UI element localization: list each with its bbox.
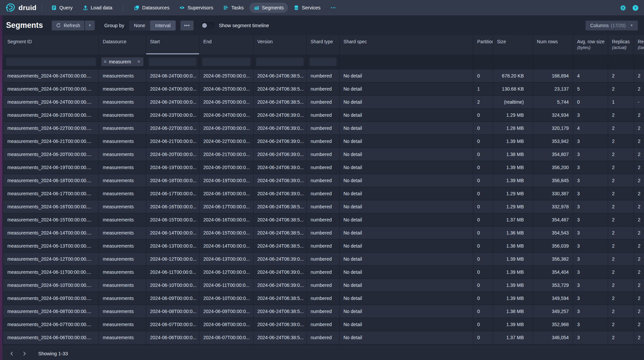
nav-item-query[interactable]: Query (47, 3, 77, 13)
nav-item-tasks[interactable]: Tasks (219, 3, 248, 13)
cell-end[interactable]: 2024-06-08T00:00:0... (199, 318, 253, 331)
cell-avg-row-size[interactable]: 4 (573, 121, 608, 135)
cell-datasource[interactable]: measurements (99, 82, 146, 95)
cell-replicas[interactable]: 2 (608, 265, 634, 278)
filter-input-shard-type[interactable] (309, 57, 337, 66)
cell-shard-type[interactable]: numbered (306, 148, 339, 161)
cell-replication-factor[interactable]: 2 (634, 187, 644, 200)
cell-shard-spec[interactable]: No detail (339, 331, 473, 344)
cell-replicas[interactable]: 2 (608, 200, 634, 213)
cell-num-rows[interactable]: 324,934 (533, 108, 573, 121)
cell-replication-factor[interactable]: 2 (634, 161, 644, 174)
cell-shard-type[interactable]: numbered (306, 305, 339, 318)
cell-datasource[interactable]: measurements (99, 239, 146, 252)
cell-num-rows[interactable]: 349,594 (533, 292, 573, 305)
cell-size[interactable]: 1.39 MB (493, 161, 533, 174)
cell-start[interactable]: 2024-06-20T00:00:0... (146, 148, 199, 161)
filter-input-start[interactable] (149, 57, 197, 66)
cell-version[interactable]: 2024-06-24T06:39:0... (253, 148, 306, 161)
more-options-button[interactable]: ••• (180, 20, 194, 31)
cell-num-rows[interactable]: 5,744 (533, 95, 573, 108)
cell-end[interactable]: 2024-06-14T00:00:0... (199, 239, 253, 252)
refresh-dropdown-button[interactable]: ▼ (85, 20, 95, 31)
cell-shard-type[interactable]: numbered (306, 82, 339, 95)
cell-partition[interactable]: 0 (473, 292, 493, 305)
cell-num-rows[interactable]: 356,039 (533, 239, 573, 252)
header-cell-datasource[interactable]: Datasource (99, 35, 146, 54)
druid-logo[interactable]: druid (5, 3, 37, 13)
cell-end[interactable]: 2024-06-12T00:00:0... (199, 265, 253, 278)
cell-end[interactable]: 2024-06-22T00:00:0... (199, 135, 253, 148)
cell-partition[interactable]: 0 (473, 239, 493, 252)
cell-end[interactable]: 2024-06-24T00:00:0... (199, 108, 253, 121)
cell-size[interactable]: 1.39 MB (493, 174, 533, 187)
cell-partition[interactable]: 0 (473, 213, 493, 226)
cell-size[interactable]: 678.20 KB (493, 69, 533, 82)
cell-version[interactable]: 2024-06-24T06:39:0... (253, 278, 306, 292)
cell-num-rows[interactable]: 356,845 (533, 174, 573, 187)
cell-shard-type[interactable]: numbered (306, 252, 339, 265)
cell-version[interactable]: 2024-06-24T06:38:5... (253, 213, 306, 226)
header-cell-partition[interactable]: Partition (473, 35, 493, 54)
cell-start[interactable]: 2024-06-24T00:00:0... (146, 69, 199, 82)
cell-start[interactable]: 2024-06-08T00:00:0... (146, 305, 199, 318)
cell-shard-type[interactable]: numbered (306, 108, 339, 121)
header-cell-size[interactable]: Size (493, 35, 533, 54)
nav-item-services[interactable]: Services (289, 3, 325, 13)
cell-version[interactable]: 2024-06-24T06:39:0... (253, 121, 306, 135)
cell-replication-factor[interactable]: 2 (634, 265, 644, 278)
cell-start[interactable]: 2024-06-10T00:00:0... (146, 278, 199, 292)
cell-end[interactable]: 2024-06-25T00:00:0... (199, 82, 253, 95)
cell-num-rows[interactable]: 353,942 (533, 135, 573, 148)
cell-shard-spec[interactable]: No detail (339, 292, 473, 305)
cell-replicas[interactable]: 2 (608, 213, 634, 226)
cell-size[interactable]: 1.36 MB (493, 226, 533, 239)
cell-avg-row-size[interactable]: 3 (573, 318, 608, 331)
cell-replication-factor[interactable]: 2 (634, 292, 644, 305)
cell-avg-row-size[interactable]: 0 (573, 95, 608, 108)
cell-start[interactable]: 2024-06-19T00:00:0... (146, 161, 199, 174)
cell-size[interactable]: 1.38 MB (493, 239, 533, 252)
cell-segment-id[interactable]: measurements_2024-06-14T00:00:00.... (3, 226, 99, 239)
cell-avg-row-size[interactable]: 3 (573, 187, 608, 200)
cell-segment-id[interactable]: measurements_2024-06-22T00:00:00.... (3, 121, 99, 135)
cell-end[interactable]: 2024-06-16T00:00:0... (199, 213, 253, 226)
cell-shard-spec[interactable]: No detail (339, 252, 473, 265)
cell-avg-row-size[interactable]: 3 (573, 305, 608, 318)
cell-partition[interactable]: 0 (473, 331, 493, 344)
cell-version[interactable]: 2024-06-24T06:39:0... (253, 108, 306, 121)
cell-shard-spec[interactable]: No detail (339, 161, 473, 174)
cell-avg-row-size[interactable]: 3 (573, 278, 608, 292)
cell-shard-type[interactable]: numbered (306, 265, 339, 278)
cell-num-rows[interactable]: 349,257 (533, 305, 573, 318)
cell-partition[interactable]: 2 (473, 95, 493, 108)
cell-partition[interactable]: 0 (473, 226, 493, 239)
cell-segment-id[interactable]: measurements_2024-06-12T00:00:00.... (3, 252, 99, 265)
cell-end[interactable]: 2024-06-07T00:00:0... (199, 331, 253, 344)
cell-shard-spec[interactable]: No detail (339, 69, 473, 82)
cell-start[interactable]: 2024-06-11T00:00:0... (146, 265, 199, 278)
cell-shard-spec[interactable]: No detail (339, 305, 473, 318)
cell-segment-id[interactable]: measurements_2024-06-18T00:00:00.... (3, 174, 99, 187)
nav-item-supervisors[interactable]: Supervisors (175, 3, 218, 13)
refresh-button[interactable]: Refresh (52, 20, 84, 31)
cell-replicas[interactable]: 2 (608, 135, 634, 148)
cell-start[interactable]: 2024-06-15T00:00:0... (146, 213, 199, 226)
filter-tag-datasource[interactable]: =measurem✕ (101, 57, 143, 66)
cell-shard-spec[interactable]: No detail (339, 82, 473, 95)
nav-item-load-data[interactable]: Load data (78, 3, 117, 13)
cell-datasource[interactable]: measurements (99, 187, 146, 200)
cell-partition[interactable]: 0 (473, 121, 493, 135)
nav-item-datasources[interactable]: Datasources (130, 3, 174, 13)
cell-size[interactable]: 1.28 MB (493, 121, 533, 135)
columns-button[interactable]: Columns (17/20) ▼ (585, 20, 638, 31)
cell-shard-type[interactable]: numbered (306, 200, 339, 213)
cell-partition[interactable]: 0 (473, 318, 493, 331)
cell-end[interactable]: 2024-06-23T00:00:0... (199, 121, 253, 135)
header-cell-replication-factor[interactable]: Replication factor(target) (634, 35, 644, 54)
cell-segment-id[interactable]: measurements_2024-06-10T00:00:00.... (3, 278, 99, 292)
next-page-button[interactable] (19, 349, 30, 359)
header-cell-shard-type[interactable]: Shard type (306, 35, 339, 54)
cell-replicas[interactable]: 2 (608, 187, 634, 200)
cell-datasource[interactable]: measurements (99, 135, 146, 148)
